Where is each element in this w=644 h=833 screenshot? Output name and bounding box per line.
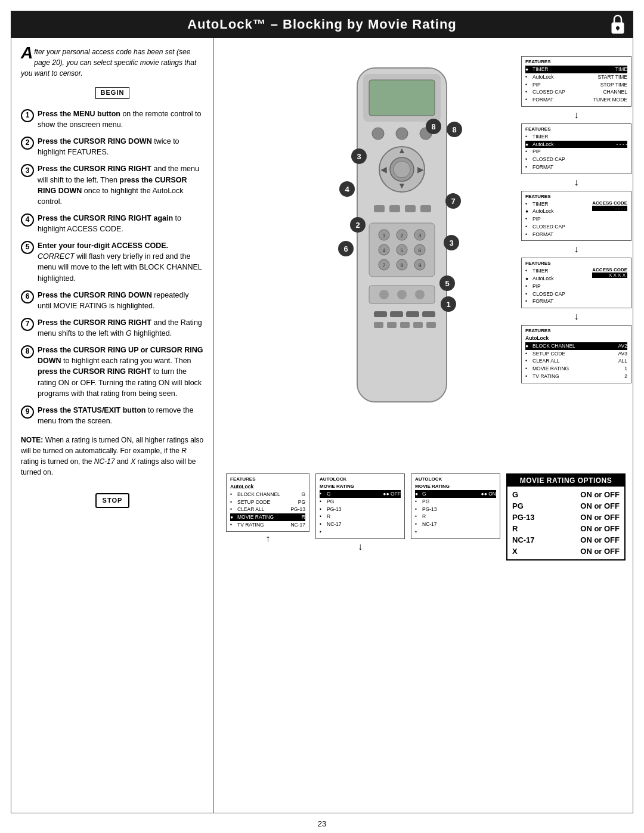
screen-item-5-4: •MOVIE RATING1 [525, 365, 627, 373]
step-8: 8 Press the CURSOR RING UP or CURSOR RIN… [21, 345, 204, 399]
screen-item-3-4: •CLOSED CAP [525, 223, 565, 231]
step-9: 9 Press the STATUS/EXIT button to remove… [21, 405, 204, 426]
step-content-3: Press the CURSOR RING RIGHT and the menu… [38, 163, 204, 207]
rating-row-pg: PG ON or OFF [512, 500, 620, 512]
main-content: A fter your personal access code has bee… [11, 38, 633, 813]
screen-title-4: FEATURES [525, 261, 627, 266]
step-5: 5 Enter your four-digit ACCESS CODE. COR… [21, 240, 204, 284]
right-panel: ▲ ▼ ◀ ▶ [214, 38, 637, 813]
screen-item-4-1: •TIMER [525, 267, 565, 275]
rating-value-pg: ON or OFF [580, 501, 620, 510]
screen-item-1-4: •CLOSED CAPCHANNEL [525, 88, 627, 96]
lock-icon [609, 14, 626, 35]
step-num-1: 1 [21, 109, 34, 122]
bottom-mid-col: AutoLock MOVIE RATING •G●● OFF •PG •PG-1… [315, 473, 405, 555]
svg-point-41 [397, 290, 407, 299]
step-content-2: Press the CURSOR RING DOWN twice to high… [38, 136, 204, 157]
bs1-5: •TV RATINGNC-17 [230, 521, 305, 529]
intro-body: fter your personal access code has been … [21, 48, 196, 78]
bs1-title: FEATURES [230, 476, 305, 482]
arrow-4: ↓ [521, 312, 631, 321]
callout-2: 2 [350, 217, 366, 233]
bottom-screen-3: AutoLock MOVIE RATING ●G●● ON •PG •PG-13… [411, 473, 500, 539]
callout-6: 6 [338, 241, 354, 256]
step-num-2: 2 [21, 137, 34, 150]
rating-table-header: MOVIE RATING OPTIONS [507, 475, 624, 487]
arrow-bs1: → [263, 534, 273, 544]
step-num-9: 9 [21, 405, 34, 419]
bs2-title: AutoLock [320, 476, 401, 482]
screen-item-3-2: ●AutoLock [525, 208, 565, 215]
step-content-1: Press the MENU button on the remote cont… [38, 109, 204, 130]
screen-item-5-5: •TV RATING2 [525, 373, 627, 380]
screen-item-5-1: ●BLOCK CHANNELAV2 [525, 342, 627, 350]
screens-right: FEATURES ●TIMERTIME •AutoLockSTART TIME … [521, 56, 631, 383]
page-number: 23 [0, 819, 644, 828]
bs1-sub: AutoLock [230, 483, 305, 491]
screen-box-5: FEATURES AutoLock ●BLOCK CHANNELAV2 •SET… [521, 325, 631, 383]
step-num-7: 7 [21, 318, 34, 331]
svg-point-42 [415, 290, 425, 299]
bs2-4: •R [320, 513, 401, 521]
bs3-sub: MOVIE RATING [415, 483, 496, 490]
access-code-label: ACCESS CODE [592, 200, 627, 206]
page-header: AutoLock™ – Blocking by Movie Rating [11, 11, 633, 38]
screen-title-5: FEATURES [525, 328, 627, 333]
screen-item-2-1: •TIMER [525, 133, 627, 141]
screen-item-2-2: ●AutoLock- - - - [525, 141, 627, 148]
svg-text:▲: ▲ [398, 145, 406, 155]
rating-value-pg13: ON or OFF [580, 513, 620, 522]
bs2-1: •G●● OFF [320, 490, 401, 498]
svg-rect-18 [405, 205, 416, 212]
rating-row-x: X ON or OFF [512, 546, 620, 557]
svg-point-7 [396, 128, 408, 140]
step-6: 6 Press the CURSOR RING DOWN repeatedly … [21, 290, 204, 311]
access-code-xxxxx: X X X X [592, 272, 627, 278]
rating-table-body: G ON or OFF PG ON or OFF PG-13 ON or OFF [507, 487, 624, 559]
bs3-2: •PG [415, 498, 496, 506]
access-code-label-2: ACCESS CODE [592, 267, 627, 272]
begin-badge: BEGIN [95, 87, 130, 99]
callout-7: 7 [445, 193, 461, 209]
svg-text:▼: ▼ [398, 181, 406, 190]
svg-text:3: 3 [418, 233, 421, 239]
screen-item-2-5: •FORMAT [525, 163, 627, 171]
bs3-5: •NC-17 [415, 521, 496, 528]
svg-rect-2 [617, 28, 618, 30]
arrow-3: ↓ [521, 244, 631, 254]
arrow-1: ↓ [521, 110, 631, 120]
rating-value-x: ON or OFF [580, 547, 620, 556]
bs3-4: •R [415, 513, 496, 521]
bs2-2: •PG [320, 498, 401, 506]
svg-rect-49 [400, 322, 410, 328]
callout-3a: 3 [351, 148, 367, 164]
callout-4: 4 [339, 181, 355, 197]
access-code-val: - - - - [592, 206, 627, 211]
rating-label-nc17: NC-17 [512, 535, 539, 544]
screen-box-4: FEATURES •TIMER ●AutoLock •PIP •CLOSED C… [521, 258, 631, 308]
left-panel: A fter your personal access code has bee… [11, 38, 214, 813]
rating-label-g: G [512, 490, 539, 499]
bs1-2: •SETUP CODEPG [230, 498, 305, 506]
screen-box-2: FEATURES •TIMER ●AutoLock- - - - •PIP •C… [521, 123, 631, 174]
svg-text:4: 4 [382, 247, 385, 253]
svg-rect-17 [389, 205, 400, 212]
screen-item-1-2: •AutoLockSTART TIME [525, 73, 627, 81]
screen-title-2: FEATURES [525, 126, 627, 132]
svg-text:9: 9 [418, 262, 421, 268]
note-section: NOTE: When a rating is turned ON, all hi… [21, 435, 204, 508]
screen-item-4-3: •PIP [525, 283, 565, 290]
svg-text:2: 2 [400, 233, 403, 239]
svg-rect-16 [374, 205, 385, 212]
bottom-right-col: AutoLock MOVIE RATING ●G●● ON •PG •PG-13… [411, 473, 500, 539]
svg-rect-43 [374, 311, 387, 317]
bs3-title: AutoLock [415, 476, 496, 482]
svg-text:8: 8 [400, 262, 403, 268]
bottom-screen-2: AutoLock MOVIE RATING •G●● OFF •PG •PG-1… [315, 473, 405, 539]
screen-item-1-1: ●TIMERTIME [525, 66, 627, 73]
rating-value-g: ON or OFF [580, 490, 620, 499]
step-content-6: Press the CURSOR RING DOWN repeatedly un… [38, 290, 204, 311]
screen-item-4-4: •CLOSED CAP [525, 290, 565, 298]
screen-title-3: FEATURES [525, 194, 627, 199]
rating-label-r: R [512, 524, 539, 533]
